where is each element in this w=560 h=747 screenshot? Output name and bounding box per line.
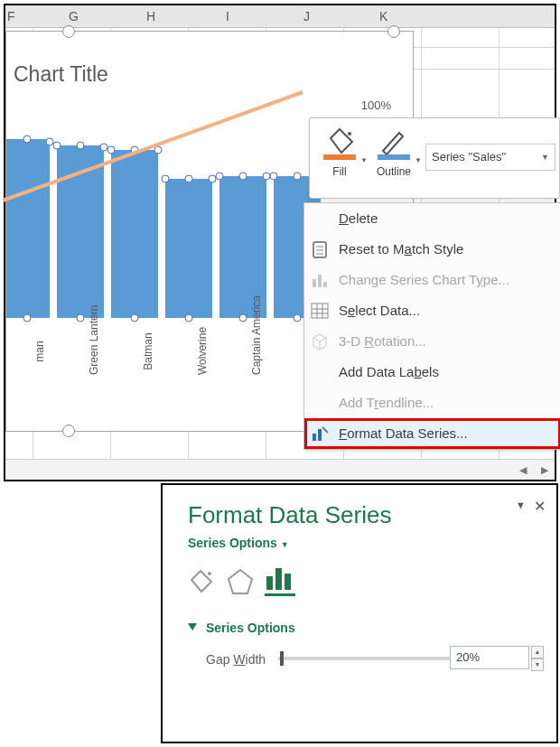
category-label: Wolverine [196,327,209,375]
svg-rect-15 [318,429,322,441]
chart-title[interactable]: Chart Title [14,62,108,87]
category-label: man [33,341,46,361]
pen-icon [376,124,412,160]
horizontal-scrollbar[interactable]: ◀ ▶ [5,459,555,480]
series-options-tab-icon[interactable] [265,565,295,596]
format-series-icon [310,424,330,444]
svg-rect-14 [313,434,316,441]
gap-width-input[interactable]: 20% [450,646,529,669]
spin-up-button[interactable]: ▲ [531,646,544,658]
svg-rect-19 [275,568,282,590]
pane-subtitle[interactable]: Series Options▼ [188,536,289,550]
col-header-J[interactable]: J [303,9,310,23]
menu-add-trendline: Add Trendline...Add Trendline... [304,388,560,418]
col-header-I[interactable]: I [226,9,229,23]
chart-handle[interactable] [387,25,400,38]
pane-title: Format Data Series [188,501,391,529]
format-pane: Format Data Series ▼ ✕ Series Options▼ S… [161,483,558,743]
chart-handle[interactable] [62,425,75,437]
mini-toolbar: Fill ▼ Outline ▼ Series "Sales"▼ [309,117,560,199]
svg-point-16 [208,572,211,575]
close-pane-button[interactable]: ✕ [534,498,546,515]
category-label: Batman [142,332,154,369]
menu-add-data-labels[interactable]: Add Data LabelsAdd Data Labels [304,357,560,388]
table-icon [310,301,330,321]
col-header-G[interactable]: G [69,9,79,23]
spreadsheet-panel: F G H I J K Chart Title 100% 40% [4,4,556,481]
col-header-K[interactable]: K [379,9,387,23]
y-tick-100: 100% [361,98,391,112]
svg-rect-18 [266,576,273,590]
col-header-H[interactable]: H [146,9,155,23]
collapse-triangle-icon[interactable] [188,623,197,630]
scroll-right-button[interactable]: ▶ [535,460,555,480]
menu-change-chart-type: Change Series Chart Type...Change Series… [304,265,560,295]
clipboard-icon [310,239,330,259]
svg-rect-8 [323,282,327,287]
chart-handle[interactable] [62,25,75,38]
slider-thumb[interactable] [280,651,284,666]
svg-marker-17 [229,570,252,593]
svg-rect-9 [312,303,328,318]
column-header-row[interactable]: F G H I J K [5,5,555,28]
section-series-options[interactable]: Series Options [188,621,295,635]
menu-reset-style[interactable]: Reset to Match StyleReset to Match Style [304,234,560,265]
category-label: Green Lantern [88,305,100,375]
series-selector[interactable]: Series "Sales"▼ [425,144,555,171]
outline-button[interactable]: Outline ▼ [371,124,416,178]
context-menu: DDeleteelete Reset to Match StyleReset t… [303,202,560,450]
cube-icon [310,331,330,351]
paint-bucket-icon [322,124,358,160]
spin-down-button[interactable]: ▼ [531,658,544,671]
effects-tab-icon[interactable] [226,567,257,596]
menu-delete[interactable]: DDeleteelete [304,203,560,234]
menu-3d-rotation: 3-D Rotation...3-D Rotation... [304,326,560,357]
menu-format-data-series[interactable]: Format Data Series...Format Data Series.… [304,418,560,449]
svg-point-1 [348,132,351,135]
fill-line-tab-icon[interactable] [186,567,217,596]
category-label: Captain America [250,295,263,375]
bar-chart-icon [310,270,330,290]
col-header-F[interactable]: F [7,9,15,23]
task-pane-options-icon[interactable]: ▼ [516,500,526,510]
svg-rect-20 [285,574,291,590]
menu-select-data[interactable]: Select Data...Select Data... [304,295,560,326]
svg-rect-7 [318,275,322,287]
svg-rect-6 [313,279,316,287]
gap-width-slider[interactable] [278,657,459,660]
fill-button[interactable]: Fill ▼ [317,124,362,178]
gap-width-label: Gap WidthGap Width [206,652,266,667]
scroll-left-button[interactable]: ◀ [513,460,533,480]
